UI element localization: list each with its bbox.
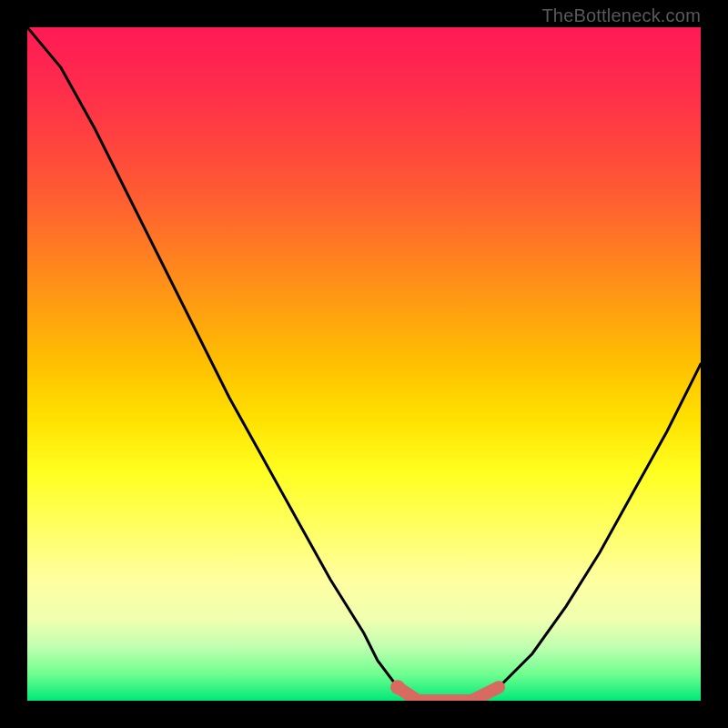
- plot-area: [27, 27, 701, 701]
- bottleneck-curve-line: [27, 27, 701, 701]
- optimal-range-highlight: [398, 687, 499, 701]
- chart-container: TheBottleneck.com: [0, 0, 728, 728]
- chart-svg: [27, 27, 701, 701]
- watermark-text: TheBottleneck.com: [541, 5, 701, 26]
- optimal-point-marker: [390, 680, 405, 694]
